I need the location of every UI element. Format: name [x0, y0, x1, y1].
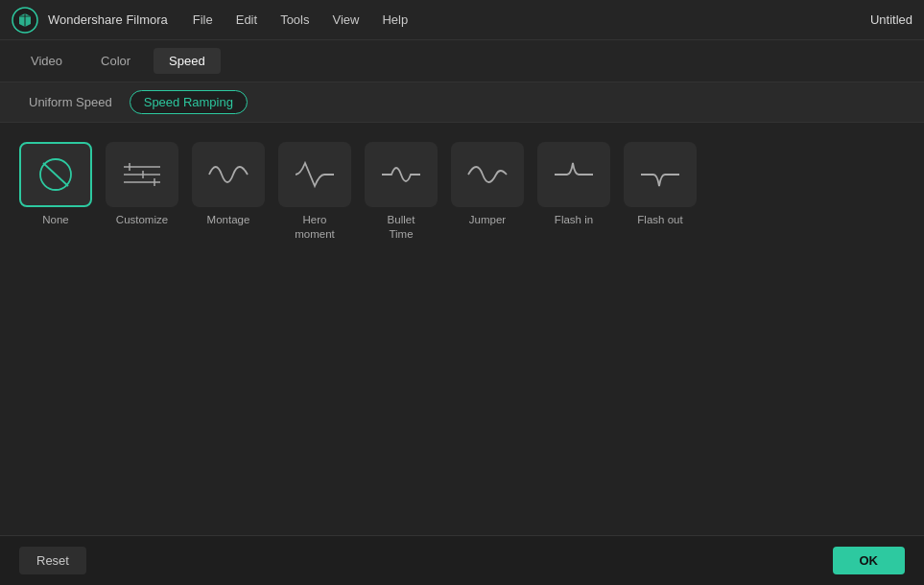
preset-hero-thumb[interactable]: [278, 142, 351, 207]
edit-menu[interactable]: Edit: [234, 9, 259, 31]
svg-line-2: [43, 163, 68, 186]
content-area: None Customize: [0, 123, 924, 535]
menu-items: File Edit Tools View Help: [191, 9, 870, 31]
help-menu[interactable]: Help: [380, 9, 410, 31]
preset-bullet[interactable]: BulletTime: [365, 142, 438, 242]
view-menu[interactable]: View: [330, 9, 361, 31]
preset-hero-label: Heromoment: [295, 213, 335, 242]
subtab-uniform[interactable]: Uniform Speed: [15, 90, 126, 114]
subtabs: Uniform Speed Speed Ramping: [0, 82, 924, 123]
bottom-bar: Reset OK: [0, 535, 924, 585]
preset-flash-in-thumb[interactable]: [537, 142, 610, 207]
preset-flash-out-label: Flash out: [637, 213, 682, 227]
window-title: Untitled: [870, 12, 912, 27]
preset-montage-thumb[interactable]: [192, 142, 265, 207]
preset-customize-label: Customize: [116, 213, 168, 227]
preset-jumper-thumb[interactable]: [451, 142, 524, 207]
preset-none[interactable]: None: [19, 142, 92, 227]
brand-name: Wondershare Filmora: [48, 12, 168, 27]
preset-flash-in[interactable]: Flash in: [537, 142, 610, 227]
ok-button[interactable]: OK: [833, 547, 906, 574]
tab-color[interactable]: Color: [85, 48, 146, 74]
preset-customize-thumb[interactable]: [106, 142, 178, 207]
menubar: Wondershare Filmora File Edit Tools View…: [0, 0, 924, 40]
main-tabs: Video Color Speed: [0, 40, 924, 82]
reset-button[interactable]: Reset: [19, 547, 86, 574]
preset-bullet-label: BulletTime: [388, 213, 415, 242]
tab-video[interactable]: Video: [15, 48, 78, 74]
presets-grid: None Customize: [19, 142, 905, 242]
preset-flash-out[interactable]: Flash out: [624, 142, 697, 227]
preset-flash-out-thumb[interactable]: [624, 142, 697, 207]
preset-customize[interactable]: Customize: [106, 142, 178, 227]
tab-speed[interactable]: Speed: [154, 48, 221, 74]
app-logo: [12, 7, 38, 34]
preset-bullet-thumb[interactable]: [365, 142, 438, 207]
tools-menu[interactable]: Tools: [278, 9, 311, 31]
subtab-ramping[interactable]: Speed Ramping: [130, 90, 248, 114]
preset-montage[interactable]: Montage: [192, 142, 265, 227]
preset-jumper[interactable]: Jumper: [451, 142, 524, 227]
preset-hero[interactable]: Heromoment: [278, 142, 351, 242]
preset-none-label: None: [42, 213, 69, 227]
preset-none-thumb[interactable]: [19, 142, 92, 207]
file-menu[interactable]: File: [191, 9, 215, 31]
preset-flash-in-label: Flash in: [555, 213, 593, 227]
preset-montage-label: Montage: [207, 213, 250, 227]
preset-jumper-label: Jumper: [469, 213, 506, 227]
